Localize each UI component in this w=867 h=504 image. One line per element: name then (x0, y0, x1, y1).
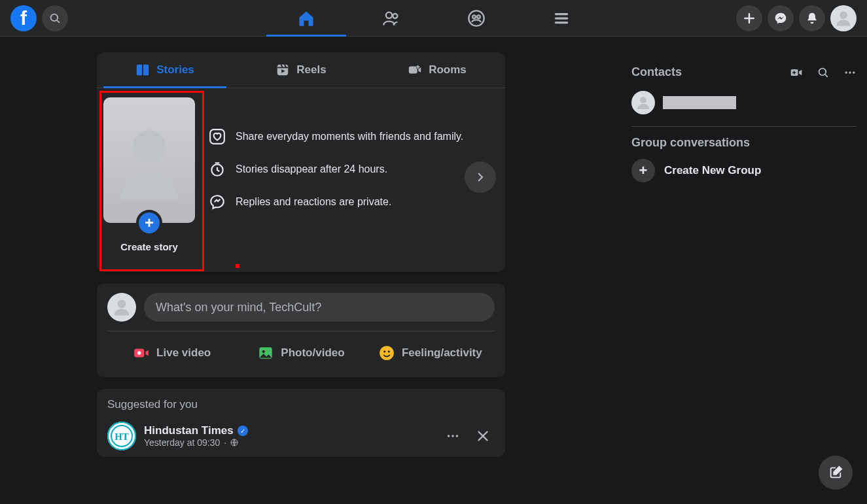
create-group-label: Create New Group (664, 164, 761, 177)
meta-separator: · (224, 437, 226, 448)
facebook-logo[interactable]: f (10, 5, 37, 31)
group-conversations-title: Group conversations (631, 136, 857, 150)
svg-point-19 (118, 300, 126, 309)
svg-rect-14 (409, 67, 417, 74)
nav-friends[interactable] (349, 0, 434, 37)
composer-input[interactable]: What's on your mind, TechCult? (144, 293, 495, 322)
user-avatar[interactable] (107, 293, 136, 322)
create-group-button[interactable]: + Create New Group (631, 159, 857, 182)
tab-stories[interactable]: Stories (97, 52, 233, 88)
tab-reels-label: Reels (296, 63, 326, 76)
post-close-button[interactable] (471, 424, 495, 448)
photo-video-button[interactable]: Photo/video (236, 338, 365, 368)
reels-icon (275, 63, 290, 77)
friends-icon (382, 9, 400, 27)
svg-point-31 (448, 435, 450, 437)
svg-line-38 (825, 74, 828, 76)
person-icon (112, 297, 132, 317)
tab-reels[interactable]: Reels (233, 52, 369, 88)
chevron-right-icon (474, 171, 486, 183)
close-icon (476, 429, 490, 443)
nav-menu[interactable] (519, 0, 604, 37)
stories-icon (135, 63, 150, 77)
feed-column: Stories Reels Rooms + Crea (97, 52, 505, 469)
post-more-button[interactable] (441, 424, 465, 448)
live-video-icon (133, 344, 150, 361)
contacts-header: Contacts (631, 60, 857, 84)
stories-card: Stories Reels Rooms + Crea (97, 52, 505, 272)
clock-icon (209, 161, 226, 178)
main-content: Stories Reels Rooms + Crea (0, 37, 867, 469)
contact-item[interactable] (631, 84, 857, 121)
story-info-text-3: Replies and reactions are private. (236, 196, 391, 208)
photo-video-label: Photo/video (281, 346, 344, 360)
svg-point-33 (456, 435, 459, 437)
svg-rect-17 (210, 129, 224, 144)
contacts-title: Contacts (631, 65, 682, 79)
svg-point-25 (383, 350, 385, 352)
story-info-text-1: Share everyday moments with friends and … (236, 131, 463, 143)
svg-point-26 (388, 350, 390, 352)
svg-point-2 (385, 12, 391, 18)
story-info-text-2: Stories disappear after 24 hours. (236, 163, 387, 175)
suggested-name-row[interactable]: Hindustan Times ✓ (144, 424, 248, 437)
svg-point-40 (849, 71, 851, 73)
contacts-more-button[interactable] (843, 66, 857, 79)
stories-tabs: Stories Reels Rooms (97, 52, 505, 88)
suggested-card: Suggested for you HT Hindustan Times ✓ (97, 389, 505, 457)
suggested-name: Hindustan Times (144, 424, 234, 437)
rooms-icon (408, 63, 422, 77)
svg-point-21 (137, 351, 141, 354)
suggested-avatar[interactable]: HT (107, 422, 136, 450)
messenger-icon (774, 12, 787, 25)
create-button[interactable] (736, 5, 762, 31)
tab-rooms[interactable]: Rooms (369, 52, 505, 88)
contact-name-redacted (663, 96, 736, 109)
contact-avatar (631, 91, 655, 114)
nav-groups[interactable] (434, 0, 519, 37)
photo-icon (257, 344, 274, 361)
svg-point-37 (819, 68, 826, 75)
svg-point-3 (393, 14, 397, 18)
stories-body: + Create story Share everyday moments wi… (97, 88, 505, 272)
composer-actions: Live video Photo/video Feeling/activity (97, 331, 505, 377)
nav-center (264, 0, 604, 37)
new-room-button[interactable] (790, 66, 803, 79)
contacts-search-button[interactable] (817, 66, 829, 79)
more-icon (843, 66, 857, 79)
story-info-row-3: Replies and reactions are private. (208, 193, 499, 211)
groups-icon (467, 9, 486, 27)
notifications-button[interactable] (799, 5, 825, 31)
compose-icon (828, 465, 843, 480)
svg-point-12 (840, 11, 847, 19)
stories-next-button[interactable] (465, 161, 496, 193)
plus-icon (743, 12, 756, 25)
feeling-label: Feeling/activity (402, 346, 482, 360)
svg-point-23 (262, 350, 265, 353)
suggested-title: Suggested for you (97, 389, 505, 418)
svg-point-5 (472, 15, 476, 18)
messenger-button[interactable] (768, 5, 794, 31)
svg-point-6 (477, 15, 480, 18)
svg-point-24 (380, 346, 394, 360)
nav-home[interactable] (264, 0, 349, 37)
tab-stories-label: Stories (156, 63, 194, 76)
person-icon (635, 95, 651, 110)
live-video-button[interactable]: Live video (107, 338, 236, 368)
composer-top: What's on your mind, TechCult? (97, 284, 505, 331)
account-button[interactable] (830, 5, 857, 31)
suggested-meta: Yesterday at 09:30 · (144, 437, 248, 448)
menu-icon (553, 10, 570, 27)
new-message-fab[interactable] (819, 456, 853, 490)
create-story-tile[interactable]: + Create story (103, 97, 195, 252)
logo-letter: f (20, 7, 27, 29)
svg-point-0 (51, 14, 58, 21)
suggested-info: Hindustan Times ✓ Yesterday at 09:30 · (144, 424, 248, 448)
top-header: f (0, 0, 867, 37)
search-button[interactable] (42, 5, 68, 31)
ht-logo-icon: HT (107, 422, 136, 450)
contacts-icons (790, 66, 857, 79)
feeling-button[interactable]: Feeling/activity (366, 338, 495, 368)
composer-card: What's on your mind, TechCult? Live vide… (97, 284, 505, 377)
search-icon (817, 67, 829, 78)
